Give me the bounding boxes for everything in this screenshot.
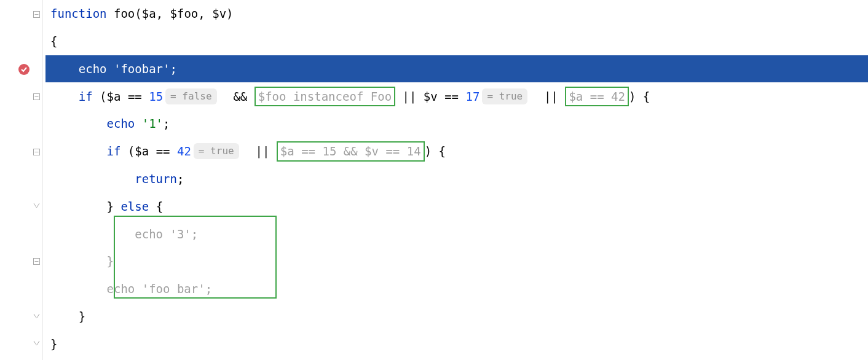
code-line[interactable]: } (45, 331, 868, 358)
param: $foo (170, 5, 199, 23)
inline-hint-false: = false (165, 88, 216, 104)
coverage-highlight-block (114, 216, 277, 299)
fold-end-icon[interactable] (31, 338, 42, 349)
inline-hint-true: = true (482, 88, 527, 104)
fold-toggle-icon[interactable] (31, 146, 42, 157)
coverage-highlight: $a == 42 (565, 87, 629, 107)
param: $a (142, 5, 156, 23)
keyword-function: function (50, 5, 107, 23)
param: $v (212, 5, 226, 23)
fold-end-icon[interactable] (31, 200, 42, 211)
code-line[interactable]: echo '1'; (45, 110, 868, 138)
fold-end-icon[interactable] (31, 311, 42, 322)
editor-gutter (0, 0, 43, 360)
code-line[interactable]: { (45, 28, 868, 55)
breakpoint-icon[interactable] (17, 63, 31, 76)
code-line[interactable]: } (45, 303, 868, 331)
coverage-highlight: $a == 15 && $v == 14 (277, 141, 425, 162)
keyword-if: if (79, 88, 93, 106)
code-line[interactable]: return; (45, 165, 868, 193)
fold-end-icon[interactable] (31, 256, 42, 267)
code-line[interactable]: if ($a == 15= false && $foo instanceof F… (45, 82, 868, 110)
fold-toggle-icon[interactable] (31, 91, 42, 102)
string-literal: 'foobar' (114, 60, 170, 78)
code-line[interactable]: function foo($a, $foo, $v) (45, 0, 868, 28)
editor-content[interactable]: function foo($a, $foo, $v) { echo 'fooba… (43, 0, 868, 360)
function-name: foo (114, 5, 135, 23)
svg-point-2 (18, 64, 30, 75)
fold-toggle-icon[interactable] (31, 9, 42, 20)
code-line[interactable]: if ($a == 42= true || $a == 15 && $v == … (45, 138, 868, 165)
inline-hint-true: = true (194, 143, 239, 159)
keyword-echo: echo (79, 60, 107, 78)
coverage-highlight: $foo instanceof Foo (254, 87, 395, 107)
execution-line[interactable]: echo 'foobar'; (45, 55, 868, 83)
